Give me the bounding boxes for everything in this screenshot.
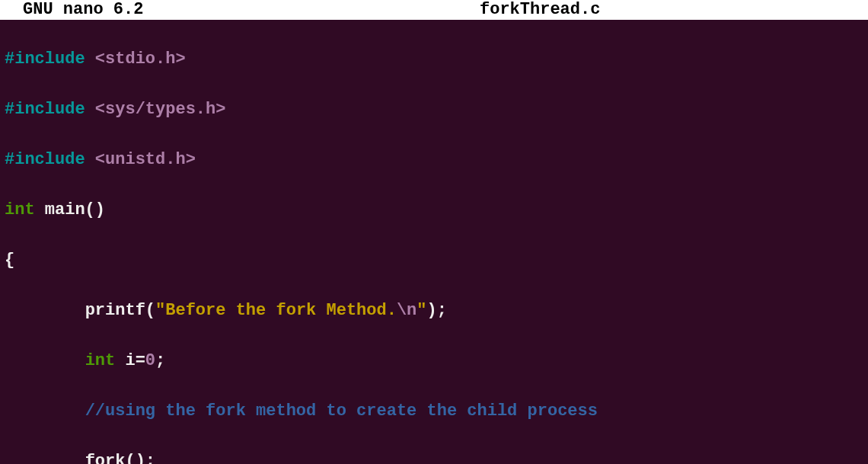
comment-token: //using the fork method to create the ch…: [85, 402, 598, 421]
code-line: {: [5, 248, 863, 273]
code-line: int i=0;: [5, 348, 863, 373]
indent: [5, 452, 85, 464]
space: [85, 150, 95, 169]
editor-area[interactable]: #include <stdio.h> #include <sys/types.h…: [0, 20, 868, 464]
app-name: GNU nano 6.2: [0, 2, 434, 18]
type-token: int: [85, 351, 116, 370]
code-line: #include <stdio.h>: [5, 46, 863, 72]
preproc-token: #include: [5, 100, 85, 119]
code-line: printf("Before the fork Method.\n");: [5, 298, 863, 323]
code-line: int main(): [5, 197, 863, 222]
indent: [5, 351, 85, 370]
preproc-token: #include: [5, 150, 85, 169]
code-line: //using the fork method to create the ch…: [5, 398, 863, 424]
text-token: main(): [35, 200, 105, 219]
text-token: );: [427, 301, 447, 320]
code-line: #include <unistd.h>: [5, 147, 863, 172]
titlebar: GNU nano 6.2 forkThread.c: [0, 0, 868, 20]
text-token: fork();: [85, 452, 155, 464]
string-token: "Before the fork Method.: [155, 301, 397, 320]
escape-token: \n: [397, 301, 416, 320]
indent: [5, 402, 85, 421]
number-token: 0: [145, 351, 155, 370]
header-token: <stdio.h>: [95, 50, 186, 69]
header-token: <sys/types.h>: [95, 100, 226, 119]
text-token: i=: [115, 351, 145, 370]
indent: [5, 301, 85, 320]
space: [85, 100, 95, 119]
filename: forkThread.c: [434, 2, 868, 18]
text-token: printf(: [85, 301, 155, 320]
code-line: #include <sys/types.h>: [5, 97, 863, 122]
text-token: ;: [155, 351, 165, 370]
brace-token: {: [5, 251, 14, 270]
string-token: ": [416, 301, 426, 320]
header-token: <unistd.h>: [95, 150, 196, 169]
space: [85, 50, 95, 69]
code-line: fork();: [5, 449, 863, 464]
preproc-token: #include: [5, 50, 85, 69]
type-token: int: [5, 200, 35, 219]
